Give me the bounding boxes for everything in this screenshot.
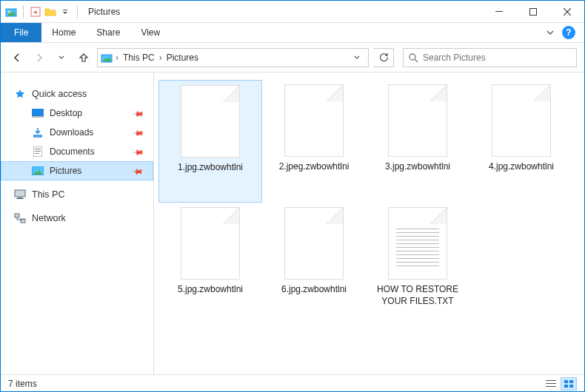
svg-rect-8 <box>32 109 44 116</box>
separator <box>23 5 24 18</box>
file-item[interactable]: 4.jpg.zwbowhtlni <box>469 80 573 203</box>
file-label: 5.jpg.zwbowhtlni <box>178 284 243 296</box>
breadcrumb[interactable]: › This PC › Pictures <box>97 48 369 67</box>
sidebar-item-label: This PC <box>32 189 64 200</box>
file-item[interactable]: 6.jpg.zwbowhtlni <box>262 203 366 325</box>
ribbon-expand-icon[interactable] <box>546 28 555 37</box>
tab-view[interactable]: View <box>130 23 170 42</box>
file-view[interactable]: 1.jpg.zwbowhtlni2.jpeg.zwbowhtlni3.jpg.z… <box>154 72 584 374</box>
forward-button[interactable] <box>30 49 48 67</box>
sidebar-item-label: Network <box>32 213 66 223</box>
blank-file-icon <box>284 207 344 280</box>
chevron-right-icon[interactable]: › <box>159 53 162 63</box>
titlebar: Pictures <box>1 1 584 23</box>
back-button[interactable] <box>8 49 26 67</box>
file-item[interactable]: 1.jpg.zwbowhtlni <box>158 80 262 203</box>
svg-rect-13 <box>35 153 39 154</box>
svg-rect-17 <box>16 198 24 199</box>
svg-rect-26 <box>569 385 573 388</box>
blank-file-icon <box>388 84 447 157</box>
pin-icon: 📌 <box>132 165 144 177</box>
address-bar: › This PC › Pictures <box>1 43 584 72</box>
status-bar: 7 items <box>1 374 584 392</box>
svg-rect-12 <box>35 151 41 152</box>
properties-icon[interactable] <box>30 6 41 18</box>
chevron-down-icon[interactable] <box>349 54 365 61</box>
file-grid: 1.jpg.zwbowhtlni2.jpeg.zwbowhtlni3.jpg.z… <box>158 80 580 325</box>
desktop-icon <box>32 107 44 119</box>
separator <box>77 5 78 18</box>
svg-rect-5 <box>530 8 537 15</box>
sidebar-quick-access[interactable]: Quick access <box>1 84 153 104</box>
file-label: 2.jpeg.zwbowhtlni <box>279 161 350 173</box>
search-box[interactable] <box>403 48 577 67</box>
file-item[interactable]: 5.jpg.zwbowhtlni <box>158 203 262 325</box>
tab-home[interactable]: Home <box>41 23 86 42</box>
svg-rect-15 <box>15 190 25 197</box>
svg-rect-9 <box>32 116 44 118</box>
svg-rect-23 <box>564 380 568 383</box>
details-view-button[interactable] <box>543 377 559 391</box>
pin-icon: 📌 <box>133 146 144 158</box>
refresh-button[interactable] <box>373 48 394 67</box>
svg-rect-25 <box>564 385 568 388</box>
pictures-icon <box>32 165 44 177</box>
ribbon: File Home Share View ? <box>1 23 584 43</box>
sidebar-item-pictures[interactable]: Pictures 📌 <box>1 161 153 180</box>
help-icon[interactable]: ? <box>562 26 575 39</box>
pin-icon: 📌 <box>133 126 144 138</box>
svg-rect-11 <box>35 149 41 149</box>
sidebar-item-label: Downloads <box>50 127 93 138</box>
qat-dropdown-icon[interactable] <box>59 6 71 18</box>
computer-icon <box>14 189 26 200</box>
pin-icon: 📌 <box>133 107 144 119</box>
file-label: 3.jpg.zwbowhtlni <box>385 161 450 173</box>
icons-view-button[interactable] <box>561 377 577 391</box>
svg-rect-20 <box>546 380 556 381</box>
network-icon <box>14 212 26 224</box>
minimize-button[interactable] <box>482 1 516 23</box>
main-area: Quick access Desktop 📌 Downloads 📌 Docum… <box>1 72 584 374</box>
sidebar-item-label: Quick access <box>32 89 87 99</box>
file-item[interactable]: 3.jpg.zwbowhtlni <box>366 80 469 203</box>
documents-icon <box>32 146 44 158</box>
maximize-button[interactable] <box>516 1 550 23</box>
breadcrumb-pictures[interactable]: Pictures <box>165 53 200 63</box>
sidebar-item-desktop[interactable]: Desktop 📌 <box>1 104 153 123</box>
window-title: Pictures <box>88 7 120 17</box>
star-icon <box>14 88 26 100</box>
item-count: 7 items <box>8 379 37 389</box>
file-item[interactable]: 2.jpeg.zwbowhtlni <box>262 80 366 203</box>
pictures-location-icon <box>101 52 113 64</box>
svg-point-7 <box>410 54 415 60</box>
svg-rect-21 <box>546 383 556 384</box>
sidebar-network[interactable]: Network <box>1 209 153 228</box>
sidebar-this-pc[interactable]: This PC <box>1 185 153 204</box>
file-label: 6.jpg.zwbowhtlni <box>281 284 347 296</box>
sidebar-item-documents[interactable]: Documents 📌 <box>1 142 153 161</box>
quick-access-toolbar: Pictures <box>1 5 120 18</box>
svg-rect-24 <box>569 380 573 383</box>
blank-file-icon <box>181 85 240 158</box>
folder-icon[interactable] <box>44 6 56 18</box>
sidebar-item-downloads[interactable]: Downloads 📌 <box>1 123 153 142</box>
up-button[interactable] <box>75 49 93 67</box>
file-label: HOW TO RESTORE YOUR FILES.TXT <box>369 284 467 307</box>
file-label: 1.jpg.zwbowhtlni <box>178 162 243 174</box>
recent-dropdown-icon[interactable] <box>53 49 70 67</box>
file-item[interactable]: HOW TO RESTORE YOUR FILES.TXT <box>366 203 469 325</box>
sidebar-item-label: Desktop <box>50 108 82 118</box>
blank-file-icon <box>181 207 240 280</box>
file-label: 4.jpg.zwbowhtlni <box>489 161 554 173</box>
blank-file-icon <box>492 84 551 157</box>
tab-share[interactable]: Share <box>86 23 130 42</box>
search-input[interactable] <box>423 53 572 63</box>
close-button[interactable] <box>550 1 584 23</box>
sidebar-item-label: Pictures <box>50 166 81 176</box>
breadcrumb-thispc[interactable]: This PC <box>121 53 156 63</box>
file-menu[interactable]: File <box>1 23 41 42</box>
chevron-right-icon[interactable]: › <box>116 53 118 63</box>
svg-rect-4 <box>495 11 503 12</box>
svg-rect-18 <box>15 214 19 217</box>
blank-file-icon <box>284 84 344 157</box>
